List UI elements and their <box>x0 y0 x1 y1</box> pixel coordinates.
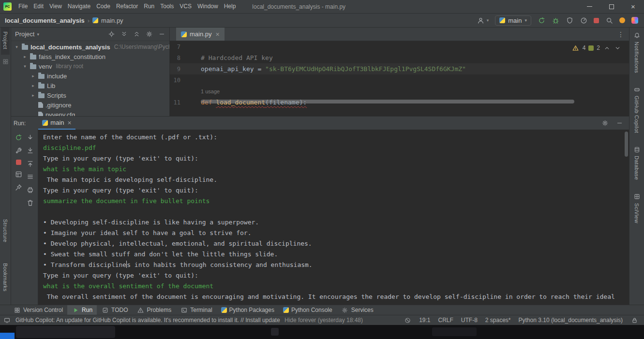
run-button-icon[interactable] <box>538 16 545 24</box>
console-scrollbar[interactable] <box>625 132 628 157</box>
expand-all-icon[interactable] <box>120 30 128 38</box>
tool-button-github-copilot[interactable]: GitHub Copilot <box>633 86 641 133</box>
rerun-icon[interactable] <box>15 133 23 141</box>
close-tab-icon[interactable]: × <box>216 31 220 38</box>
menu-item-refactor[interactable]: Refactor <box>113 0 141 13</box>
hide-run-panel-icon[interactable] <box>615 119 623 127</box>
minimize-button[interactable] <box>579 0 600 13</box>
tool-button-services[interactable]: Services <box>337 305 378 315</box>
select-opened-file-icon[interactable] <box>107 30 115 38</box>
profiler-icon[interactable] <box>580 16 587 24</box>
menu-item-window[interactable]: Window <box>195 0 221 13</box>
code-editor[interactable]: 78# Hardcoded API key9openai_api_key = "… <box>170 41 629 116</box>
project-view-selector[interactable]: Project ▾ <box>15 30 39 38</box>
modify-run-config-icon[interactable] <box>15 147 23 154</box>
restore-layout-icon[interactable] <box>15 170 23 178</box>
notifications-muted-icon[interactable] <box>404 316 411 324</box>
menu-item-run[interactable]: Run <box>141 0 157 13</box>
tool-button-bookmarks[interactable]: Bookmarks <box>1 259 10 297</box>
hide-forever-link[interactable]: Hide forever (yesterday 18:48) <box>285 317 363 324</box>
indent-selector[interactable]: 2 spaces* <box>485 317 511 324</box>
breadcrumb-file[interactable]: main.py <box>101 17 123 24</box>
menu-item-view[interactable]: View <box>46 0 65 13</box>
tool-button-sciview[interactable]: SciView <box>633 193 641 223</box>
menu-item-navigate[interactable]: Navigate <box>65 0 93 13</box>
menu-item-file[interactable]: File <box>15 0 30 13</box>
code-line[interactable]: 1 usage <box>170 86 629 97</box>
coverage-icon[interactable] <box>566 16 573 24</box>
menu-item-edit[interactable]: Edit <box>30 0 46 13</box>
code-line[interactable]: 10 <box>170 74 629 86</box>
print-icon[interactable] <box>26 186 34 193</box>
user-icon[interactable] <box>477 16 485 24</box>
tree-chevron-icon[interactable]: ▾ <box>14 44 19 49</box>
code-line[interactable]: 8# Hardcoded API key <box>170 52 629 63</box>
debug-icon[interactable] <box>552 16 559 24</box>
tool-button-problems[interactable]: Problems <box>133 305 176 315</box>
search-everywhere-icon[interactable] <box>605 16 613 24</box>
previous-issue-icon[interactable] <box>603 44 611 52</box>
line-ending-selector[interactable]: CRLF <box>438 317 453 324</box>
encoding-selector[interactable]: UTF-8 <box>461 317 478 324</box>
hide-panel-icon[interactable] <box>158 30 165 38</box>
tree-chevron-icon[interactable]: ▸ <box>22 54 28 59</box>
menu-item-tools[interactable]: Tools <box>157 0 177 13</box>
pin-tab-icon[interactable] <box>15 183 23 191</box>
tree-item--gitignore[interactable]: .gitignore <box>11 100 169 110</box>
collapse-all-icon[interactable] <box>133 30 140 38</box>
tool-button-project[interactable]: Project <box>1 28 10 55</box>
tree-chevron-icon[interactable]: ▸ <box>30 93 36 98</box>
update-indicator-icon[interactable] <box>619 17 625 23</box>
tree-chevron-icon[interactable]: ▸ <box>30 74 36 78</box>
tab-options-icon[interactable]: ⋮ <box>613 30 629 38</box>
tree-item-venv[interactable]: ▾venvlibrary root <box>11 61 169 71</box>
tool-button-notifications[interactable]: Notifications <box>633 31 641 73</box>
tool-button-database[interactable]: Database <box>633 146 641 180</box>
interpreter-selector[interactable]: Python 3.10 (local_documents_analysis) <box>519 317 623 324</box>
scroll-to-end-icon[interactable] <box>26 147 34 154</box>
editor-tab-main-py[interactable]: main.py × <box>176 28 225 41</box>
tool-windows-icon[interactable] <box>3 316 11 324</box>
tree-item-local-documents-analysis[interactable]: ▾local_documents_analysisC:\Users\mwang\… <box>11 42 169 52</box>
tool-button-version-control[interactable]: Version Control <box>9 305 67 315</box>
tree-item-pyvenv-cfg[interactable]: pyvenv.cfg <box>11 110 169 116</box>
commit-tool-icon[interactable] <box>1 58 9 65</box>
tool-button-terminal[interactable]: Terminal <box>176 305 216 315</box>
run-settings-icon[interactable] <box>601 119 609 127</box>
tree-chevron-icon[interactable]: ▾ <box>22 64 28 69</box>
run-console[interactable]: Enter the name of the document (.pdf or … <box>38 130 629 305</box>
install-update-link[interactable]: Install update <box>245 317 280 324</box>
tool-button-python-packages[interactable]: Python Packages <box>217 305 279 315</box>
run-config-selector[interactable]: main ▾ <box>495 15 531 26</box>
close-run-tab-icon[interactable]: × <box>68 119 72 126</box>
tool-button-todo[interactable]: TODO <box>97 305 132 315</box>
tool-button-python-console[interactable]: Python Console <box>279 305 337 315</box>
menu-item-code[interactable]: Code <box>93 0 113 13</box>
scroll-to-top-icon[interactable] <box>26 160 34 167</box>
clear-console-icon[interactable] <box>26 199 34 206</box>
soft-wrap-icon[interactable] <box>26 173 34 180</box>
code-line[interactable]: 7 <box>170 41 629 52</box>
menu-item-help[interactable]: Help <box>221 0 239 13</box>
tree-item-faiss-index-constitution[interactable]: ▸faiss_index_constitution <box>11 52 169 61</box>
tool-button-structure[interactable]: Structure <box>1 215 10 248</box>
maximize-button[interactable] <box>600 0 622 13</box>
code-line[interactable]: 9openai_api_key = "sk-BT6yEMCUdHpO4RibQJ… <box>170 63 629 74</box>
caret-position[interactable]: 19:1 <box>419 317 430 324</box>
tool-button-run[interactable]: Run <box>67 305 97 315</box>
inspections-widget[interactable]: 4 2 <box>572 44 621 52</box>
next-issue-icon[interactable] <box>614 44 621 52</box>
user-dropdown-icon[interactable]: ▾ <box>487 18 489 23</box>
assistant-icon[interactable] <box>631 17 638 24</box>
scroll-down-icon[interactable] <box>26 133 34 141</box>
horizontal-scrollbar[interactable] <box>201 100 574 103</box>
stop-process-icon[interactable] <box>16 160 21 165</box>
breadcrumb-project[interactable]: local_documents_analysis <box>5 17 85 24</box>
settings-icon[interactable] <box>145 30 153 38</box>
tree-chevron-icon[interactable]: ▸ <box>30 83 36 88</box>
stop-icon[interactable] <box>594 18 599 23</box>
menu-item-vcs[interactable]: VCS <box>177 0 195 13</box>
close-button[interactable]: × <box>622 0 644 13</box>
tree-item-lib[interactable]: ▸Lib <box>11 81 169 90</box>
run-tab-main[interactable]: main × <box>38 117 75 130</box>
